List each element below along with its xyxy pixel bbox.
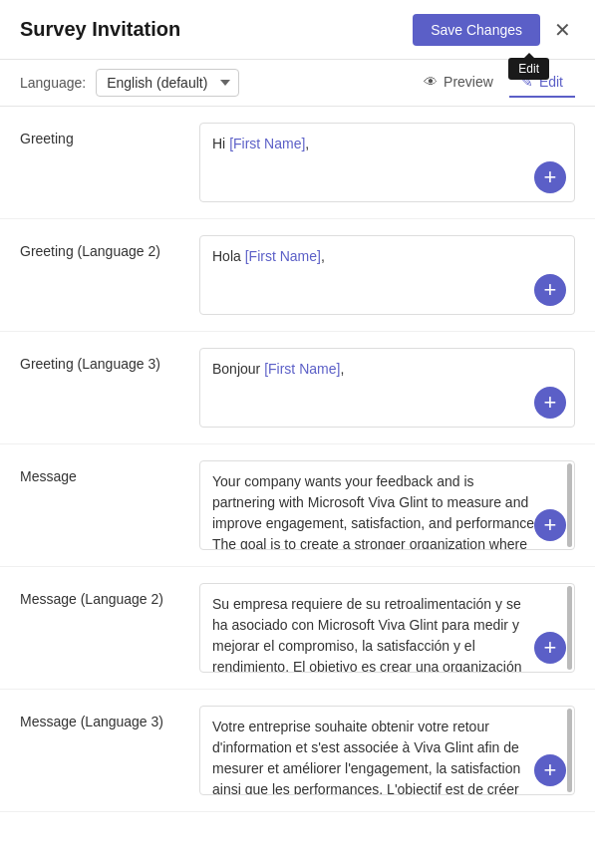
text-content: Hola [First Name],	[212, 246, 562, 267]
add-button[interactable]: +	[534, 387, 566, 419]
variable-placeholder: [First Name]	[245, 248, 321, 264]
content: GreetingHi [First Name],+Greeting (Langu…	[0, 107, 595, 812]
add-button[interactable]: +	[534, 161, 566, 193]
form-row: Greeting (Language 3)Bonjour [First Name…	[0, 332, 595, 444]
header: Survey Invitation Save Changes ✕ Edit	[0, 0, 595, 60]
text-content: Hi [First Name],	[212, 134, 562, 154]
text-content: Your company wants your feedback and is …	[212, 471, 562, 550]
close-button[interactable]: ✕	[550, 16, 575, 44]
header-actions: Save Changes ✕ Edit	[413, 14, 575, 46]
form-field: Su empresa requiere de su retroalimentac…	[199, 583, 575, 673]
save-button[interactable]: Save Changes	[413, 14, 540, 46]
scrollbar	[567, 586, 572, 670]
text-content: Su empresa requiere de su retroalimentac…	[212, 594, 562, 673]
form-field: Your company wants your feedback and is …	[199, 460, 575, 550]
add-button[interactable]: +	[534, 274, 566, 306]
scrollbar	[567, 463, 572, 547]
form-label: Message	[20, 460, 179, 484]
text-area-box: Your company wants your feedback and is …	[199, 460, 575, 550]
language-section: Language: English (default)	[20, 69, 239, 97]
form-field: Hi [First Name],+	[199, 123, 575, 202]
form-label: Message (Language 3)	[20, 706, 179, 729]
page-title: Survey Invitation	[20, 18, 180, 41]
form-row: Message (Language 2)Su empresa requiere …	[0, 567, 595, 690]
language-label: Language:	[20, 75, 86, 91]
form-label: Greeting (Language 2)	[20, 235, 179, 259]
text-area-box: Hola [First Name],+	[199, 235, 575, 315]
text-area-box: Hi [First Name],+	[199, 123, 575, 202]
form-field: Hola [First Name],+	[199, 235, 575, 315]
text-area-box: Su empresa requiere de su retroalimentac…	[199, 583, 575, 673]
text-content: Votre entreprise souhaite obtenir votre …	[212, 717, 562, 795]
add-button[interactable]: +	[534, 754, 566, 786]
scrollbar	[567, 709, 572, 792]
view-tabs: 👁 Preview ✎ Edit	[412, 68, 575, 98]
add-button[interactable]: +	[534, 509, 566, 541]
form-row: Message (Language 3)Votre entreprise sou…	[0, 690, 595, 812]
text-content: Bonjour [First Name],	[212, 359, 562, 380]
form-label: Greeting	[20, 123, 179, 146]
text-area-box: Bonjour [First Name],+	[199, 348, 575, 428]
add-button[interactable]: +	[534, 632, 566, 664]
tab-preview-label: Preview	[444, 74, 493, 90]
form-label: Greeting (Language 3)	[20, 348, 179, 372]
language-select[interactable]: English (default)	[96, 69, 239, 97]
variable-placeholder: [First Name]	[229, 136, 305, 151]
form-row: GreetingHi [First Name],+	[0, 107, 595, 219]
form-field: Votre entreprise souhaite obtenir votre …	[199, 706, 575, 795]
preview-icon: 👁	[424, 74, 438, 90]
form-row: Greeting (Language 2)Hola [First Name],+	[0, 219, 595, 332]
form-field: Bonjour [First Name],+	[199, 348, 575, 428]
form-row: MessageYour company wants your feedback …	[0, 444, 595, 567]
edit-tooltip: Edit	[508, 58, 549, 80]
toolbar: Language: English (default) 👁 Preview ✎ …	[0, 60, 595, 107]
tab-preview[interactable]: 👁 Preview	[412, 68, 505, 98]
variable-placeholder: [First Name]	[264, 361, 340, 377]
text-area-box: Votre entreprise souhaite obtenir votre …	[199, 706, 575, 795]
form-label: Message (Language 2)	[20, 583, 179, 607]
